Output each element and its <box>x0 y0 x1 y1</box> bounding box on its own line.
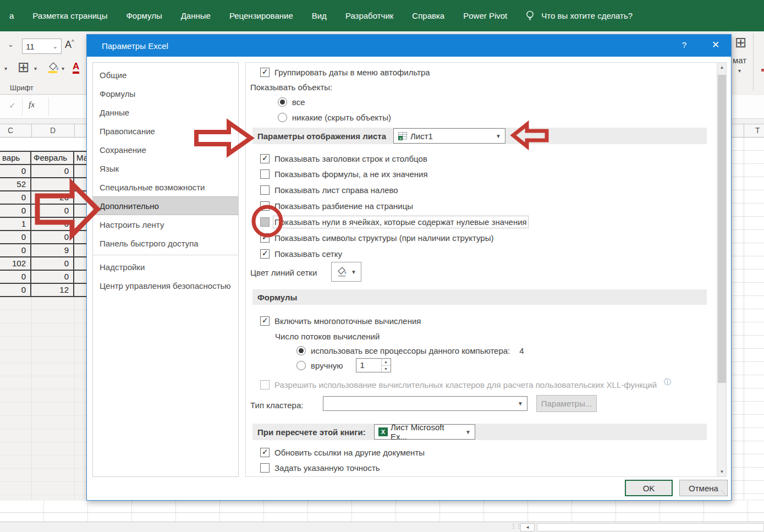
column-header-t[interactable]: T <box>755 126 760 135</box>
cell-c[interactable]: 52 <box>0 178 31 190</box>
ribbon-tab[interactable]: Разработчик <box>336 11 403 20</box>
cell-d[interactable]: 0 <box>31 231 74 243</box>
fill-color-icon[interactable] <box>46 60 61 74</box>
sheet-selector-combo[interactable]: x Лист1 ▼ <box>393 128 505 144</box>
cell-c[interactable]: 0 <box>0 244 31 256</box>
sidebar-item-quick-access[interactable]: Панель быстрого доступа <box>93 234 238 253</box>
checkbox-group-dates[interactable]: Группировать даты в меню автофильтра <box>260 64 430 80</box>
resize-grip[interactable]: ⋱ <box>721 489 728 497</box>
scroll-left-button[interactable]: ◄ <box>520 523 535 531</box>
cell-c[interactable]: 0 <box>0 205 31 217</box>
ribbon-tab[interactable]: Вид <box>303 11 336 20</box>
radio-all-processors[interactable]: использовать все процессоры данного комп… <box>296 343 524 358</box>
checkbox-checked[interactable] <box>260 233 270 243</box>
cell-d[interactable] <box>31 178 74 190</box>
scrollbar-thumb[interactable] <box>537 523 764 531</box>
fx-icon[interactable]: fx <box>29 100 35 109</box>
sidebar-item-formulas[interactable]: Формулы <box>93 84 238 103</box>
scroll-up-icon[interactable]: ▲ <box>717 63 727 72</box>
ribbon-tab[interactable]: Данные <box>172 11 220 20</box>
cell-e[interactable] <box>74 178 87 190</box>
checkbox-checked[interactable] <box>260 448 270 457</box>
checkbox-unchecked[interactable] <box>260 169 270 179</box>
cell-c[interactable]: 0 <box>0 284 31 296</box>
cell-c[interactable]: 0 <box>0 165 31 177</box>
checkbox-checked[interactable] <box>260 154 270 163</box>
cell-e[interactable] <box>74 191 87 204</box>
manual-threads-stepper[interactable]: 1 ▲ ▼ <box>356 358 391 372</box>
cell-d[interactable]: 12 <box>31 284 74 296</box>
dialog-title-bar[interactable]: Параметры Excel <box>87 35 731 57</box>
help-button[interactable]: ? <box>678 40 690 50</box>
radio-selected[interactable] <box>296 346 306 355</box>
cell-month-d[interactable]: Февраль <box>31 152 74 164</box>
checkbox-checked[interactable] <box>260 68 270 77</box>
checkbox-unchecked[interactable] <box>260 201 270 211</box>
checkbox-outline-symbols[interactable]: Показывать символы структуры (при наличи… <box>260 230 493 245</box>
checkbox-filled[interactable] <box>260 217 270 227</box>
cell-d[interactable]: 26 <box>31 191 74 204</box>
cell-d[interactable]: 9 <box>31 244 74 256</box>
cell-d[interactable]: 0 <box>31 165 74 177</box>
radio-objects-all[interactable]: все <box>278 94 305 109</box>
radio-selected[interactable] <box>278 97 287 107</box>
checkbox-show-formulas[interactable]: Показывать формулы, а не их значения <box>260 166 428 182</box>
checkbox-checked[interactable] <box>260 249 270 259</box>
cell-c[interactable]: 1 <box>0 218 31 230</box>
font-color-icon[interactable]: А <box>73 62 79 74</box>
checkbox-multithread[interactable]: Включить многопоточные вычисления <box>260 313 421 328</box>
cell-month-e[interactable]: Ма <box>74 152 87 164</box>
scrollbar-thumb[interactable] <box>718 75 726 383</box>
sidebar-item-save[interactable]: Сохранение <box>93 140 238 159</box>
radio-manual-threads[interactable]: вручную 1 ▲ ▼ <box>296 358 391 373</box>
radio-objects-none[interactable]: никакие (скрыть объекты) <box>278 109 391 125</box>
cell-c[interactable]: 0 <box>0 231 31 243</box>
sidebar-item-data[interactable]: Данные <box>93 103 238 122</box>
caret-icon[interactable]: ▾ <box>34 65 37 72</box>
sidebar-item-accessibility[interactable]: Специальные возможности <box>93 178 238 196</box>
column-header-c[interactable]: C <box>8 126 13 135</box>
checkbox-show-gridlines[interactable]: Показывать сетку <box>260 246 342 261</box>
scroll-down-icon[interactable]: ▼ <box>717 467 727 476</box>
tell-me-search[interactable]: Что вы хотите сделать? <box>525 10 633 22</box>
splitter-dots-icon[interactable]: ⋮⋮ <box>510 523 521 530</box>
radio-unselected[interactable] <box>278 113 287 122</box>
ok-button[interactable]: OK <box>625 480 673 496</box>
ribbon-tab[interactable]: Формулы <box>117 11 171 20</box>
caret-icon[interactable]: ▾ <box>62 65 64 72</box>
cell-e[interactable] <box>74 218 87 230</box>
enter-icon[interactable]: ✓ <box>9 101 16 111</box>
sidebar-item-language[interactable]: Язык <box>93 159 238 178</box>
ribbon-tab[interactable]: Справка <box>403 11 454 20</box>
cluster-type-combo[interactable]: ▼ <box>323 396 527 411</box>
column-header-d[interactable]: D <box>50 126 56 135</box>
stepper-down-icon[interactable]: ▼ <box>382 366 391 372</box>
cell-e[interactable] <box>74 205 87 217</box>
recalc-workbook-combo[interactable]: X Лист Microsoft Ex... ▼ <box>374 424 475 440</box>
ribbon-tab[interactable]: Рецензирование <box>220 11 303 20</box>
cell-e[interactable] <box>74 257 87 270</box>
sidebar-item-trust-center[interactable]: Центр управления безопасностью <box>93 276 238 295</box>
info-icon[interactable]: ⓘ <box>664 377 671 387</box>
sidebar-item-advanced[interactable]: Дополнительно <box>93 196 238 215</box>
caret-icon[interactable]: ▾ <box>738 68 741 74</box>
format-icon[interactable]: ⊞ <box>735 34 747 51</box>
cell-e[interactable] <box>74 244 87 256</box>
sidebar-item-proofing[interactable]: Правописание <box>93 122 238 140</box>
cell-e[interactable] <box>74 165 87 177</box>
checkbox-unchecked[interactable] <box>260 185 270 195</box>
radio-unselected[interactable] <box>296 361 306 370</box>
checkbox-checked[interactable] <box>260 316 270 326</box>
sidebar-item-addins[interactable]: Надстройки <box>93 257 238 276</box>
checkbox-unchecked[interactable] <box>260 463 270 473</box>
cell-d[interactable]: 0 <box>31 218 74 230</box>
ribbon-tab[interactable]: Разметка страницы <box>23 11 117 20</box>
cell-c[interactable]: 102 <box>0 257 31 270</box>
cell-d[interactable]: 0 <box>31 257 74 270</box>
checkbox-clusters[interactable]: Разрешить использование вычислительных к… <box>260 377 671 392</box>
cell-e[interactable] <box>74 231 87 243</box>
checkbox-page-breaks[interactable]: Показывать разбиение на страницы <box>260 198 413 213</box>
caret-icon[interactable]: ▾ <box>4 65 7 72</box>
checkbox-precision[interactable]: Задать указанную точность <box>260 460 380 475</box>
cell-d[interactable]: 0 <box>31 271 74 283</box>
